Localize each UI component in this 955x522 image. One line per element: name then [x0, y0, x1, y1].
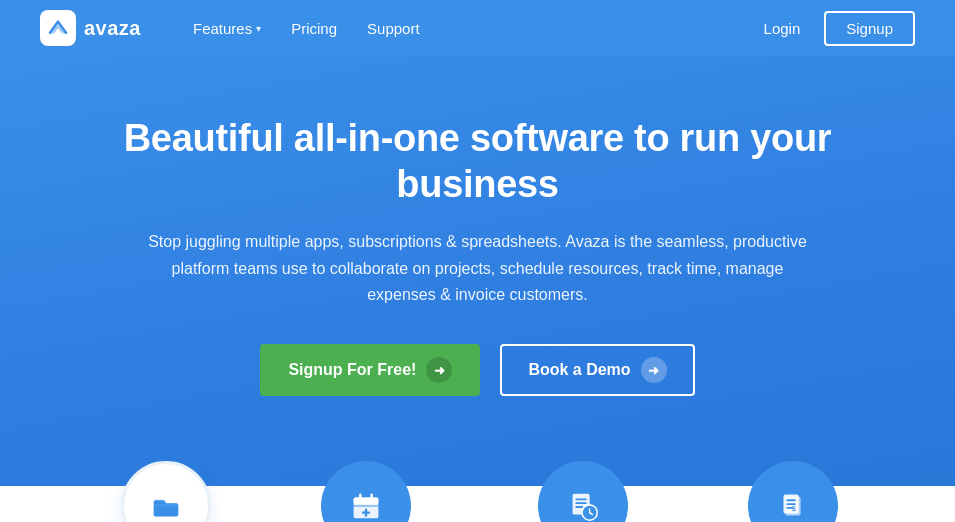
- login-button[interactable]: Login: [752, 14, 813, 43]
- nav-features[interactable]: Features ▾: [181, 14, 273, 43]
- arrow-right-icon: ➜: [426, 357, 452, 383]
- hero-section: Beautiful all-in-one software to run you…: [0, 56, 955, 486]
- logo[interactable]: avaza: [40, 10, 141, 46]
- nav-support[interactable]: Support: [355, 14, 432, 43]
- svg-rect-1: [354, 498, 379, 505]
- signup-button[interactable]: Signup: [824, 11, 915, 46]
- signup-free-button[interactable]: Signup For Free! ➜: [260, 344, 480, 396]
- feature-resource-scheduling: Resource Scheduling: [295, 496, 438, 522]
- logo-text: avaza: [84, 17, 141, 40]
- feature-project-management: Project Management: [97, 496, 235, 522]
- arrow-right-icon: ➜: [641, 357, 667, 383]
- nav-pricing[interactable]: Pricing: [279, 14, 349, 43]
- hero-subtitle: Stop juggling multiple apps, subscriptio…: [138, 229, 818, 308]
- navbar-actions: Login Signup: [752, 11, 915, 46]
- svg-text:$: $: [792, 505, 796, 513]
- hero-title: Beautiful all-in-one software to run you…: [40, 116, 915, 207]
- chevron-down-icon: ▾: [256, 23, 261, 34]
- navbar: avaza Features ▾ Pricing Support Login S…: [0, 0, 955, 56]
- logo-icon: [40, 10, 76, 46]
- feature-time-expense: Time & Expense Tracking: [498, 496, 668, 522]
- book-demo-button[interactable]: Book a Demo ➜: [500, 344, 694, 396]
- feature-quoting-invoicing: $ Quoting & Invoicing: [728, 496, 858, 522]
- nav-links: Features ▾ Pricing Support: [181, 14, 752, 43]
- hero-buttons: Signup For Free! ➜ Book a Demo ➜: [40, 344, 915, 396]
- features-strip: Project Management Resource Scheduling: [0, 486, 955, 522]
